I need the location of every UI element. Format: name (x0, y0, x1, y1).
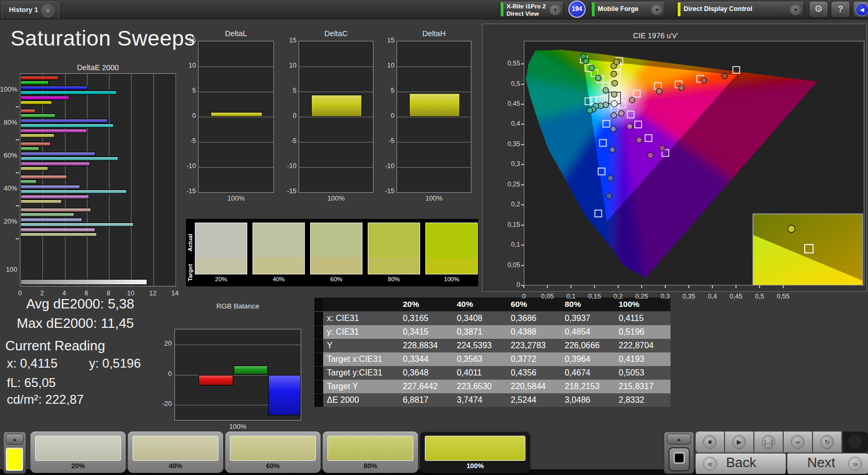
axis-tick (641, 285, 642, 288)
gridline (199, 117, 273, 117)
table-row: Target Y227,6442223,6530220,5844218,2153… (314, 380, 671, 393)
table-cell: 0,3165 (399, 312, 453, 325)
pattern-level-button-20%[interactable]: 20% (30, 432, 126, 473)
stop-measurement-button[interactable] (668, 447, 690, 471)
stop-button[interactable]: ■ (696, 432, 724, 452)
section-button[interactable]: [↔] (754, 432, 783, 452)
loop-button[interactable]: ∞ (784, 432, 812, 452)
bar (20, 213, 74, 217)
play-icon: ▶ (732, 435, 746, 449)
table-row-label: Target Y (323, 380, 399, 393)
gridline (87, 74, 87, 286)
bar (20, 223, 134, 227)
measurement-marker (603, 87, 609, 93)
bar (20, 195, 89, 199)
axis-tick-label: 8 (107, 290, 111, 297)
measurement-marker (647, 152, 653, 158)
group-label: 60% (0, 151, 17, 159)
gridline (131, 74, 131, 286)
table-cell: 226,0666 (561, 339, 615, 352)
measurement-count-badge[interactable]: 194 (568, 1, 586, 18)
measurement-marker (611, 92, 617, 97)
bar-blue (268, 375, 301, 416)
chart-title: DeltaE 2000 (77, 63, 119, 72)
workflow-dropdown[interactable]: Mobile Forge ▼ (590, 1, 665, 18)
refresh-button[interactable]: ↻ (813, 432, 842, 452)
pattern-level-button-80%[interactable]: 80% (323, 432, 418, 473)
pattern-level-button-40%[interactable]: 40% (128, 432, 223, 473)
measurement-marker (606, 193, 612, 199)
settings-button[interactable]: ⚙ (809, 1, 828, 18)
table-header-cell: 40% (453, 297, 507, 311)
table-row-label: Target y:CIE31 (323, 366, 399, 380)
pattern-level-button-60%[interactable]: 60% (225, 432, 321, 473)
target-row-label: Target (187, 260, 193, 286)
pattern-level-button-100%[interactable]: 100% (420, 432, 530, 473)
next-button[interactable]: Next » (787, 454, 868, 474)
chart-title: DeltaL (225, 29, 247, 38)
axis-tick (688, 285, 689, 288)
axis-tick-label: 15 (375, 37, 394, 44)
collapse-panel-button[interactable]: ◀ (853, 1, 868, 18)
play-button[interactable]: ▶ (725, 432, 754, 452)
axis-tick-label: -15 (375, 187, 394, 195)
actual-swatch (368, 223, 420, 258)
help-button[interactable]: ? (831, 1, 850, 18)
pattern-preview-panel: ▲ (3, 432, 26, 474)
table-cell: 0,4854 (561, 325, 615, 339)
bar (20, 175, 67, 179)
table-cell: 0,3686 (507, 312, 561, 325)
axis-tick (16, 205, 19, 206)
gridline (299, 167, 373, 168)
current-pattern-swatch (6, 448, 23, 471)
bar (311, 95, 362, 117)
gridline (199, 167, 273, 168)
measurement-marker (614, 59, 620, 65)
axis-tick-label: 4 (62, 290, 66, 297)
table-cell: 0,3772 (507, 352, 561, 366)
gridline (397, 92, 471, 92)
pattern-patch (327, 436, 413, 461)
expand-up-button[interactable]: ▲ (6, 434, 24, 445)
chart-title: DeltaC (324, 29, 347, 38)
bar (20, 119, 108, 123)
expand-up-button[interactable]: ▲ (667, 434, 691, 445)
table-cell: 0,3344 (399, 352, 453, 366)
axis-tick-label: 100% (425, 194, 443, 202)
stop-icon (674, 452, 685, 463)
gridline (109, 74, 109, 286)
top-bar: History 1 + X-Rite i1Pro 2 Direct View ▼… (0, 0, 868, 19)
refresh-icon: ↻ (820, 435, 834, 449)
bar (20, 152, 95, 156)
table-cell: 0,4356 (507, 366, 561, 380)
back-button[interactable]: « Back (696, 454, 786, 474)
axis-tick-label: 0,25 (491, 181, 520, 188)
cie-diagram (524, 41, 864, 285)
add-tab-button[interactable]: + (41, 4, 54, 17)
axis-tick-label: 5 (176, 87, 196, 94)
table-row: Target x:CIE310,33440,35630,37720,39640,… (314, 352, 671, 366)
display-control-dropdown[interactable]: Direct Display Control ▼ (676, 1, 804, 18)
page-title: Saturation Sweeps (10, 26, 195, 51)
axis-tick-label: 0,15 (491, 221, 520, 228)
table-gutter (314, 393, 323, 407)
group-label: 80% (0, 118, 17, 126)
meter-dropdown[interactable]: X-Rite i1Pro 2 Direct View ▼ (499, 1, 564, 18)
table-cell: 227,6442 (399, 380, 453, 393)
measurement-marker (629, 97, 635, 103)
measurement-marker (701, 78, 707, 83)
axis-tick (521, 124, 524, 125)
table-cell: 222,8704 (615, 339, 671, 352)
chevron-down-icon: ▼ (550, 5, 561, 15)
tab-history-1[interactable]: History 1 + (2, 2, 59, 19)
axis-tick-label: 0 (522, 293, 526, 300)
gridline (397, 142, 471, 142)
axis-tick-label: 5 (375, 87, 394, 94)
bar (20, 114, 56, 118)
table-row-label: y: CIE31 (323, 325, 399, 339)
rgb-balance-chart (174, 329, 301, 421)
bar (20, 167, 48, 171)
bar (20, 162, 90, 166)
workflow-label: Mobile Forge (598, 5, 639, 13)
axis-tick-label: 0 (18, 290, 22, 297)
